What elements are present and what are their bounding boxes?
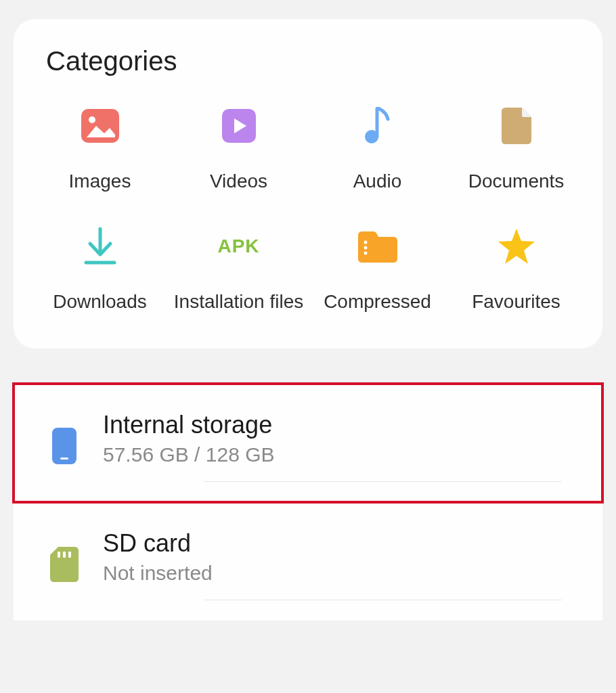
image-icon [81, 107, 119, 145]
divider [204, 481, 562, 482]
storage-sdcard[interactable]: SD card Not inserted [14, 502, 602, 621]
categories-card: Categories Images Videos [14, 19, 602, 349]
storage-text: SD card Not inserted [103, 529, 582, 600]
svg-rect-13 [68, 552, 71, 558]
category-label: Installation files [174, 290, 303, 314]
category-downloads[interactable]: Downloads [34, 227, 166, 314]
divider [204, 600, 562, 600]
svg-point-1 [89, 116, 95, 123]
apk-icon: APK [217, 227, 259, 265]
document-icon [502, 107, 531, 145]
category-label: Images [69, 169, 131, 194]
category-label: Audio [353, 169, 402, 194]
category-label: Videos [210, 169, 267, 194]
svg-rect-0 [81, 109, 119, 143]
audio-icon [361, 107, 395, 145]
category-favourites[interactable]: Favourites [450, 227, 582, 314]
star-icon [497, 227, 536, 265]
storage-sdcard-title: SD card [103, 529, 582, 558]
svg-rect-11 [58, 552, 60, 558]
categories-grid: Images Videos Audio [27, 107, 589, 315]
storage-internal-title: Internal storage [103, 411, 582, 439]
category-documents[interactable]: Documents [450, 107, 582, 194]
compressed-icon [358, 227, 397, 265]
category-label: Favourites [472, 290, 560, 314]
category-label: Documents [468, 169, 565, 194]
category-compressed[interactable]: Compressed [311, 227, 443, 314]
category-audio[interactable]: Audio [311, 107, 443, 194]
storage-internal[interactable]: Internal storage 57.56 GB / 128 GB [14, 384, 602, 502]
storage-sdcard-subtitle: Not inserted [103, 562, 582, 585]
storage-internal-subtitle: 57.56 GB / 128 GB [103, 443, 582, 466]
storage-text: Internal storage 57.56 GB / 128 GB [103, 411, 582, 482]
svg-rect-10 [60, 457, 68, 460]
category-images[interactable]: Images [34, 107, 166, 194]
svg-point-7 [364, 246, 367, 250]
sdcard-icon [34, 547, 95, 582]
category-label: Downloads [53, 290, 147, 314]
category-videos[interactable]: Videos [173, 107, 305, 194]
svg-rect-12 [63, 552, 66, 558]
category-installation-files[interactable]: APK Installation files [173, 227, 305, 314]
svg-point-6 [364, 241, 367, 244]
storage-section: Internal storage 57.56 GB / 128 GB SD ca… [14, 384, 602, 621]
svg-point-8 [364, 252, 367, 255]
download-icon [83, 227, 117, 265]
categories-title: Categories [46, 46, 589, 76]
video-icon [222, 107, 256, 145]
category-label: Compressed [324, 290, 431, 314]
phone-storage-icon [34, 428, 95, 464]
